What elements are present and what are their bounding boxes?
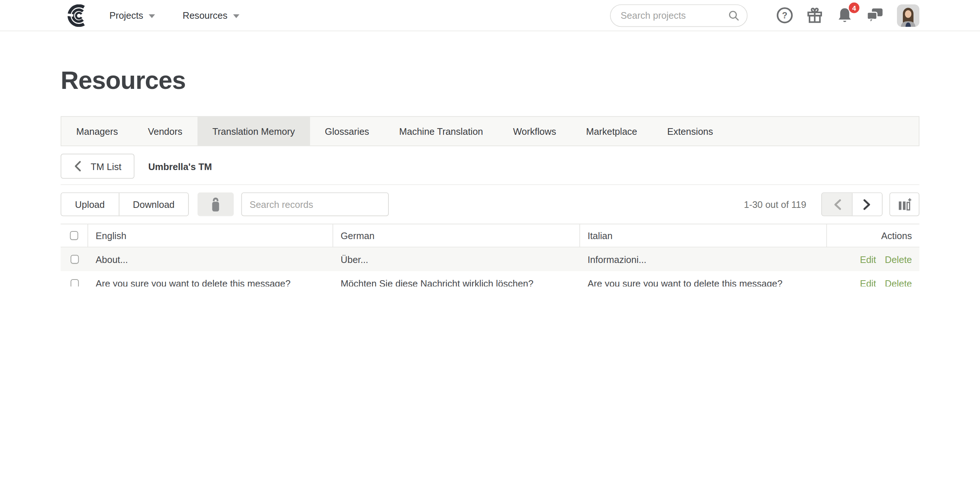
resource-tabs: ManagersVendorsTranslation MemoryGlossar… [60,116,920,146]
notification-badge: 4 [848,2,860,14]
cell-german: Über... [333,254,580,265]
search-projects-input[interactable] [610,4,748,27]
tab-translation-memory[interactable]: Translation Memory [197,117,310,146]
search-icon [728,10,740,21]
row-checkbox[interactable] [70,255,78,264]
cell-english: Are you sure you want to delete this mes… [88,278,333,287]
breadcrumb: TM List Umbrella's TM [60,154,920,185]
tm-title: Umbrella's TM [148,161,212,171]
edit-link[interactable]: Edit [860,278,876,287]
search-records-input[interactable] [242,192,389,216]
chevron-left-icon [74,160,81,172]
table-row: Are you sure you want to delete this mes… [60,271,920,287]
notifications-button[interactable]: 4 [836,7,853,24]
chevron-down-icon [149,14,155,17]
header-italian[interactable]: Italian [580,224,827,247]
edit-link[interactable]: Edit [860,254,876,265]
delete-selected-button[interactable] [198,192,234,216]
tab-vendors[interactable]: Vendors [133,117,197,146]
tm-table: English German Italian Actions About... … [60,224,920,287]
tab-marketplace[interactable]: Marketplace [571,117,652,146]
page-title: Resources [60,64,920,95]
tab-managers[interactable]: Managers [61,117,133,146]
menu-label: Resources [183,10,228,21]
tab-machine-translation[interactable]: Machine Translation [384,117,498,146]
toolbar: Upload Download 1-30 out of 119 [60,192,920,216]
app-logo[interactable] [60,4,89,27]
cell-german: Möchten Sie diese Nachricht wirklich lös… [333,278,580,287]
avatar[interactable] [897,4,920,27]
menu-label: Projects [110,10,143,21]
chat-icon [867,7,884,24]
project-search [610,4,748,27]
delete-link[interactable]: Delete [885,254,912,265]
header-english[interactable]: English [88,224,333,247]
help-icon: ? [776,7,793,24]
table-header: English German Italian Actions [60,224,920,247]
cell-italian: Are you sure you want to delete this mes… [580,278,827,287]
svg-text:?: ? [782,10,788,20]
table-body: About... Über... Informazioni... Edit De… [60,247,920,287]
main-content: Resources ManagersVendorsTranslation Mem… [60,64,920,287]
top-menu: ProjectsResources [110,10,240,21]
chevron-right-icon [863,198,871,210]
chevron-left-icon [833,198,841,210]
table-row: About... Über... Informazioni... Edit De… [60,247,920,271]
header-checkbox-cell [60,224,88,247]
tm-list-back-button[interactable]: TM List [60,154,135,179]
pagination-range: 1-30 out of 119 [744,199,806,210]
row-checkbox[interactable] [70,279,78,287]
gift-icon [806,7,823,24]
tab-glossaries[interactable]: Glossaries [310,117,384,146]
trash-icon [209,197,223,212]
menu-resources[interactable]: Resources [183,10,239,21]
gift-button[interactable] [806,7,823,24]
cell-italian: Informazioni... [580,254,827,265]
header-actions: Actions [827,224,920,247]
next-page-button[interactable] [852,193,882,216]
top-navbar: ProjectsResources ? [0,0,980,31]
header-german[interactable]: German [333,224,580,247]
prev-page-button[interactable] [822,193,852,216]
delete-link[interactable]: Delete [885,278,912,287]
topbar-icons: ? [763,4,920,27]
help-button[interactable]: ? [776,7,793,24]
cell-english: About... [88,254,333,265]
tab-workflows[interactable]: Workflows [498,117,571,146]
download-button[interactable]: Download [118,193,188,216]
tab-extensions[interactable]: Extensions [652,117,728,146]
upload-download-group: Upload Download [60,192,189,216]
records-search [242,192,389,216]
columns-icon [897,197,912,212]
menu-projects[interactable]: Projects [110,10,155,21]
configure-columns-button[interactable] [889,192,920,216]
chevron-down-icon [233,14,239,17]
back-button-label: TM List [91,161,122,171]
messages-button[interactable] [867,7,884,24]
page: ProjectsResources ? [0,0,980,287]
select-all-checkbox[interactable] [70,231,78,240]
upload-button[interactable]: Upload [61,193,119,216]
pagination [821,192,883,216]
